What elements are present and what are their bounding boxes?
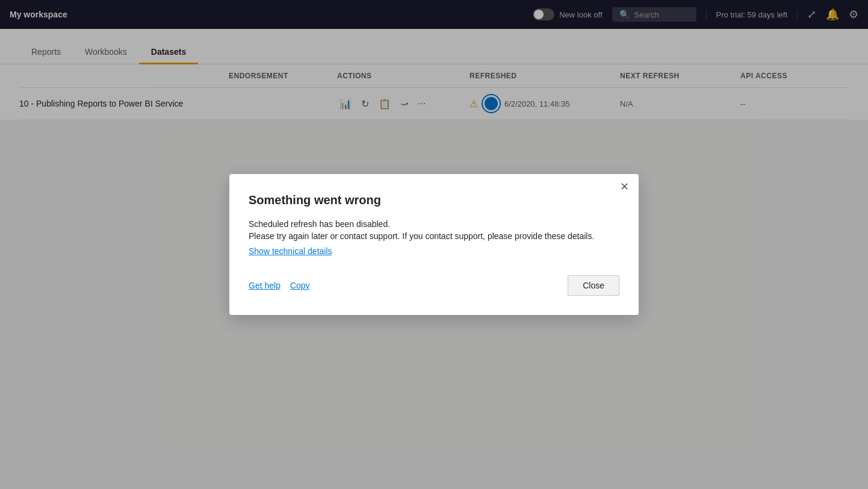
dialog-title: Something went wrong [249,193,619,207]
dialog-footer: Get help Copy Close [249,275,619,296]
copy-link[interactable]: Copy [290,281,310,290]
get-help-link[interactable]: Get help [249,281,281,290]
dialog-overlay: ✕ Something went wrong Scheduled refresh… [0,0,868,489]
dialog-footer-links: Get help Copy [249,281,310,290]
show-technical-details-link[interactable]: Show technical details [249,246,332,256]
dialog-message-primary: Scheduled refresh has been disabled. [249,219,619,229]
close-button[interactable]: Close [568,275,619,296]
error-dialog: ✕ Something went wrong Scheduled refresh… [229,174,639,315]
dialog-message-secondary: Please try again later or contact suppor… [249,231,619,241]
dialog-close-button[interactable]: ✕ [620,181,629,192]
